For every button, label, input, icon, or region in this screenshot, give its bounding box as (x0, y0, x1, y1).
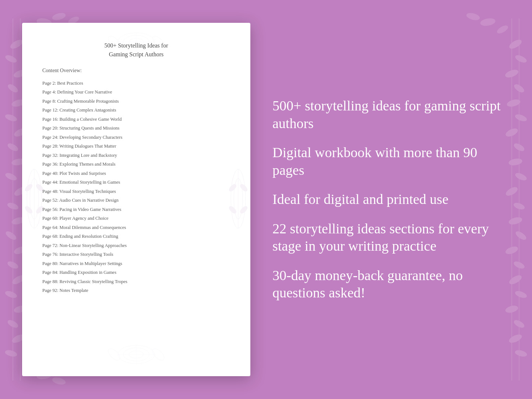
toc-item: Page 52: Audio Cues in Narrative Design (42, 196, 230, 205)
svg-point-65 (118, 345, 155, 364)
svg-point-75 (25, 183, 34, 192)
toc-item: Page 32: Integrating Lore and Backstory (42, 151, 230, 160)
svg-point-82 (229, 183, 237, 192)
toc-item: Page 68: Ending and Resolution Crafting (42, 232, 230, 241)
svg-point-85 (239, 205, 247, 214)
toc-item: Page 88: Reviving Classic Storytelling T… (42, 277, 230, 286)
toc-item: Page 12: Creating Complex Antagonists (42, 106, 230, 115)
toc-item: Page 72: Non-Linear Storytelling Approac… (42, 241, 230, 250)
toc-item: Page 64: Moral Dilemmas and Consequences (42, 223, 230, 232)
toc-item: Page 76: Interactive Storytelling Tools (42, 250, 230, 259)
toc-item: Page 44: Emotional Storytelling in Games (42, 178, 230, 187)
doc-watermark-bottom (81, 339, 191, 372)
document-title: 500+ Storytelling Ideas for Gaming Scrip… (42, 41, 230, 59)
toc-item: Page 84: Handling Exposition in Games (42, 268, 230, 278)
toc-item: Page 8: Crafting Memorable Protagonists (42, 97, 230, 106)
toc-item: Page 16: Building a Cohesive Game World (42, 115, 230, 124)
toc-item: Page 4: Defining Your Core Narrative (42, 88, 230, 97)
toc-item: Page 60: Player Agency and Choice (42, 214, 230, 223)
toc-item: Page 2: Best Practices (42, 79, 230, 88)
table-of-contents: Page 2: Best PracticesPage 4: Defining Y… (42, 79, 230, 295)
document-mockup: 500+ Storytelling Ideas for Gaming Scrip… (22, 23, 250, 376)
toc-item: Page 20: Structuring Quests and Missions (42, 124, 230, 133)
feature-feature4: 22 storytelling ideas sections for every… (272, 220, 503, 255)
toc-item: Page 24: Developing Secondary Characters (42, 133, 230, 142)
svg-point-77 (25, 205, 34, 214)
svg-point-70 (106, 347, 122, 362)
svg-point-66 (123, 348, 149, 361)
svg-point-80 (234, 179, 243, 219)
feature-feature1: 500+ storytelling ideas for gaming scrip… (272, 97, 503, 132)
svg-point-83 (239, 183, 247, 192)
svg-point-73 (30, 179, 39, 219)
toc-item: Page 28: Writing Dialogues That Matter (42, 142, 230, 151)
main-container: 500+ Storytelling Ideas for Gaming Scrip… (0, 0, 532, 399)
svg-point-72 (27, 169, 42, 228)
toc-item: Page 40: Plot Twists and Surprises (42, 169, 230, 178)
toc-item: Page 36: Exploring Themes and Morals (42, 160, 230, 169)
feature-feature3: Ideal for digital and printed use (272, 191, 503, 208)
svg-point-67 (129, 351, 144, 358)
feature-feature2: Digital workbook with more than 90 pages (272, 144, 503, 179)
toc-item: Page 56: Pacing in Video Game Narratives (42, 205, 230, 214)
feature-feature5: 30-day money-back guarantee, no question… (272, 267, 503, 302)
toc-item: Page 80: Narratives in Multiplayer Setti… (42, 259, 230, 268)
features-panel: 500+ storytelling ideas for gaming scrip… (272, 97, 510, 302)
toc-item: Page 48: Visual Storytelling Techniques (42, 187, 230, 196)
toc-item: Page 92: Notes Template (42, 286, 230, 296)
svg-point-71 (151, 347, 166, 362)
svg-point-79 (231, 169, 246, 228)
content-overview-label: Content Overview: (42, 68, 230, 74)
svg-point-84 (229, 205, 237, 214)
